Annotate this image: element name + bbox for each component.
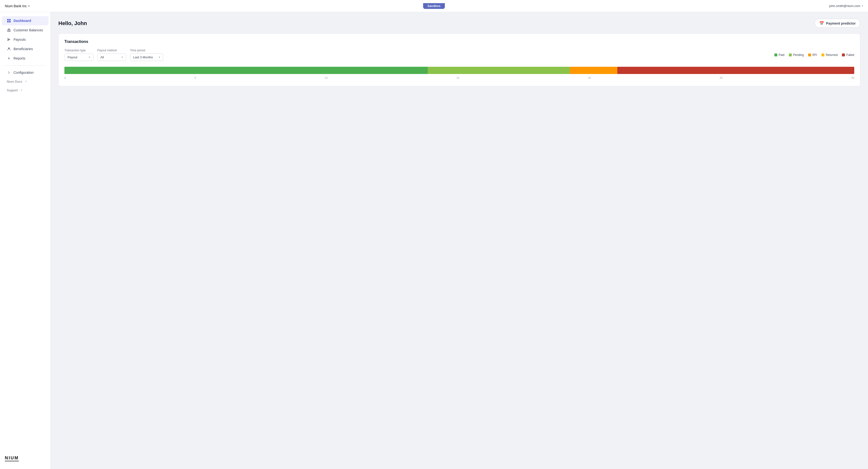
legend-label-failed: Failed	[846, 53, 854, 57]
sidebar-divider	[4, 65, 46, 66]
svg-rect-2	[7, 21, 9, 23]
payment-predictor-button[interactable]: 📅 Payment predictor	[815, 19, 860, 28]
external-link-icon: ↗	[20, 89, 23, 92]
external-link-icon: ↗	[25, 80, 27, 83]
time-period-filter: Time period Last 3 Months ▾	[130, 49, 163, 61]
time-period-select[interactable]: Last 3 Months ▾	[130, 54, 163, 61]
bar-segment-failed	[617, 67, 854, 74]
bank-icon	[7, 28, 11, 32]
sidebar-item-label: Payouts	[13, 38, 26, 41]
legend-item-rfi: RFI	[808, 53, 817, 57]
grid-icon	[7, 19, 11, 23]
sidebar-item-label: Customer Balances	[13, 28, 43, 32]
payout-method-chevron-icon: ▾	[122, 56, 123, 59]
sandbox-badge: Sandbox	[423, 3, 445, 9]
legend-item-returned: Returned	[822, 53, 838, 57]
sidebar-item-customer-balances[interactable]: Customer Balances	[2, 26, 49, 35]
payout-method-filter: Payout method All ▾	[97, 49, 126, 61]
company-selector[interactable]: Nium Bank Inc ▾	[5, 4, 30, 8]
svg-point-9	[8, 47, 10, 49]
svg-rect-7	[7, 31, 11, 32]
sidebar-item-configuration[interactable]: Configuration	[2, 68, 49, 77]
sidebar-item-reports[interactable]: Reports	[2, 54, 49, 63]
legend-dot-returned	[822, 54, 824, 57]
time-period-label: Time period	[130, 49, 163, 52]
send-icon	[7, 37, 11, 42]
sidebar-item-label: Support	[7, 89, 18, 92]
svg-rect-4	[7, 30, 8, 31]
time-period-chevron-icon: ▾	[159, 56, 160, 59]
sidebar-item-label: Beneficiaries	[13, 47, 33, 51]
legend-item-paid: Paid	[774, 53, 784, 57]
legend-label-pending: Pending	[793, 53, 804, 57]
page-header: Hello, John 📅 Payment predictor	[58, 19, 860, 28]
legend-item-failed: Failed	[842, 53, 854, 57]
calendar-icon: 📅	[819, 21, 824, 26]
axis-tick: 15	[457, 76, 459, 79]
chart-legend: PaidPendingRFIReturnedFailed	[774, 53, 854, 57]
chart-axis: 051015202530	[64, 76, 854, 79]
payout-method-select[interactable]: All ▾	[97, 54, 126, 61]
svg-rect-6	[10, 30, 11, 31]
legend-dot-rfi	[808, 54, 811, 57]
axis-tick: 25	[720, 76, 722, 79]
sidebar-item-label: Dashboard	[13, 19, 31, 23]
svg-rect-5	[9, 30, 9, 31]
svg-rect-0	[7, 19, 9, 21]
bar-segment-rfi	[570, 67, 617, 74]
sidebar-item-support[interactable]: Support ↗	[2, 86, 49, 95]
legend-item-pending: Pending	[789, 53, 804, 57]
axis-tick: 10	[325, 76, 328, 79]
main-content: Hello, John 📅 Payment predictor Transact…	[51, 12, 868, 469]
axis-tick: 20	[588, 76, 591, 79]
payout-method-label: Payout method	[97, 49, 126, 52]
legend-label-returned: Returned	[826, 53, 838, 57]
person-icon	[7, 47, 11, 51]
legend-label-paid: Paid	[779, 53, 784, 57]
payment-predictor-label: Payment predictor	[826, 22, 856, 25]
legend-label-rfi: RFI	[812, 53, 817, 57]
topbar: Nium Bank Inc ▾ Sandbox john.smith@nium.…	[0, 0, 868, 12]
bar-segment-paid	[64, 67, 428, 74]
bar-segment-pending	[428, 67, 570, 74]
sidebar-item-label: Configuration	[13, 71, 34, 74]
axis-tick: 5	[195, 76, 196, 79]
page-title: Hello, John	[58, 20, 87, 27]
legend-dot-failed	[842, 54, 845, 57]
sidebar-item-beneficiaries[interactable]: Beneficiaries	[2, 44, 49, 54]
nium-logo: NIUM	[5, 456, 19, 461]
user-email: john.smith@nium.com	[829, 4, 860, 8]
axis-tick: 0	[64, 76, 66, 79]
sidebar-item-dashboard[interactable]: Dashboard	[2, 16, 49, 25]
company-name: Nium Bank Inc	[5, 4, 27, 8]
axis-tick: 30	[851, 76, 854, 79]
legend-dot-paid	[774, 54, 777, 57]
chart-area: 051015202530	[64, 67, 854, 80]
bolt-icon	[7, 56, 11, 61]
sidebar-footer: NIUM	[0, 451, 51, 465]
transaction-type-value: Payout	[67, 56, 77, 59]
chevron-right-icon	[7, 70, 11, 75]
legend-dot-pending	[789, 54, 792, 57]
sidebar-item-label: Nium Docs	[7, 80, 22, 83]
stacked-bar	[64, 67, 854, 74]
svg-rect-1	[9, 19, 11, 21]
sidebar-item-label: Reports	[13, 57, 25, 60]
payout-method-value: All	[100, 56, 104, 59]
transaction-type-filter: Transaction type Payout ▾	[64, 49, 93, 61]
transactions-card: Transactions Transaction type Payout ▾ P…	[58, 34, 860, 86]
svg-rect-3	[9, 21, 11, 23]
transaction-type-select[interactable]: Payout ▾	[64, 54, 93, 61]
user-chevron-icon: ▾	[862, 4, 863, 7]
filters-row: Transaction type Payout ▾ Payout method …	[64, 49, 854, 61]
sidebar-item-nium-docs[interactable]: Nium Docs ↗	[2, 77, 49, 86]
user-menu[interactable]: john.smith@nium.com ▾	[829, 4, 863, 8]
sidebar-item-payouts[interactable]: Payouts	[2, 35, 49, 44]
svg-marker-8	[7, 28, 11, 30]
sidebar: Dashboard Customer Balances	[0, 12, 51, 469]
transaction-type-label: Transaction type	[64, 49, 93, 52]
time-period-value: Last 3 Months	[133, 56, 153, 59]
sidebar-nav: Dashboard Customer Balances	[0, 16, 51, 451]
company-chevron-icon: ▾	[28, 4, 30, 8]
transactions-title: Transactions	[64, 39, 854, 44]
